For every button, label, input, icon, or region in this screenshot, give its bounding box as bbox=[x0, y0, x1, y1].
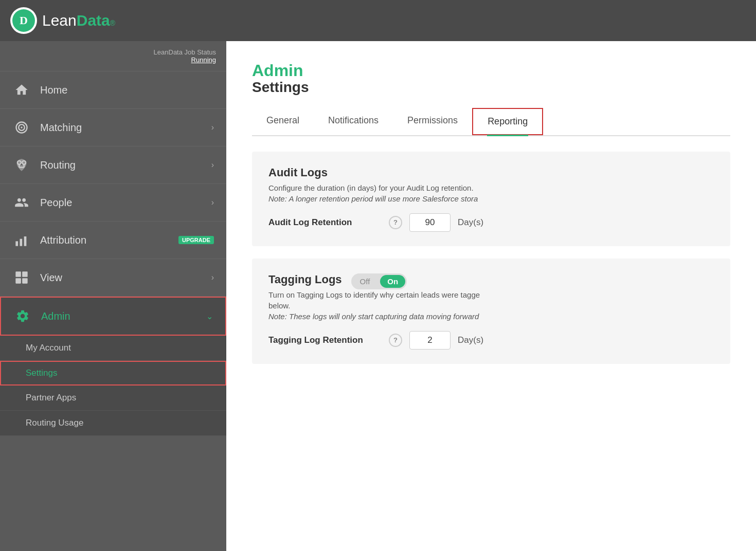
page-title-section: Admin Settings bbox=[252, 62, 730, 96]
upgrade-badge[interactable]: UPGRADE bbox=[178, 236, 214, 244]
svg-rect-10 bbox=[24, 236, 27, 246]
target-icon bbox=[12, 118, 31, 137]
tagging-log-retention-label: Tagging Log Retention bbox=[268, 335, 382, 345]
toggle-off-label: Off bbox=[353, 275, 377, 288]
audit-logs-title: Audit Logs bbox=[268, 166, 714, 179]
tagging-logs-desc: Turn on Tagging Logs to identify why cer… bbox=[268, 290, 714, 299]
sidebar-item-view[interactable]: View › bbox=[0, 259, 226, 297]
logo-text: LeanData® bbox=[42, 12, 115, 29]
gear-icon bbox=[13, 307, 32, 325]
sidebar-item-admin[interactable]: Admin ⌄ bbox=[0, 297, 226, 336]
sidebar-item-label: Admin bbox=[41, 310, 206, 322]
tagging-title-row: Tagging Logs Off On bbox=[268, 273, 714, 290]
svg-rect-11 bbox=[15, 271, 21, 277]
sidebar-item-matching[interactable]: Matching › bbox=[0, 109, 226, 146]
settings-label: Settings bbox=[26, 368, 57, 378]
svg-point-2 bbox=[21, 126, 23, 128]
sidebar-item-label: Matching bbox=[40, 122, 211, 134]
logo-reg: ® bbox=[110, 19, 115, 27]
routing-icon bbox=[12, 156, 31, 174]
my-account-label: My Account bbox=[26, 343, 71, 353]
view-icon bbox=[12, 268, 31, 287]
main-layout: LeanData Job Status Running Home Matchin… bbox=[0, 41, 756, 551]
audit-log-retention-label: Audit Log Retention bbox=[268, 217, 382, 228]
sidebar-item-label: Home bbox=[40, 84, 214, 96]
audit-logs-desc: Configure the duration (in days) for you… bbox=[268, 183, 714, 192]
top-header: D LeanData® bbox=[0, 0, 756, 41]
chevron-right-icon: › bbox=[211, 123, 214, 132]
sub-nav-routing-usage[interactable]: Routing Usage bbox=[0, 411, 226, 436]
sub-nav-my-account[interactable]: My Account bbox=[0, 336, 226, 361]
logo-circle: D bbox=[10, 7, 37, 34]
tagging-logs-note: Note: These logs will only start capturi… bbox=[268, 312, 714, 321]
tagging-logs-desc2: below. bbox=[268, 301, 714, 310]
job-status-section: LeanData Job Status Running bbox=[0, 41, 226, 71]
settings-tabs: General Notifications Permissions Report… bbox=[252, 108, 730, 136]
attribution-icon bbox=[12, 231, 31, 249]
page-title-settings: Settings bbox=[252, 80, 730, 96]
audit-logs-note: Note: A longer retention period will use… bbox=[268, 194, 714, 203]
sidebar-item-people[interactable]: People › bbox=[0, 184, 226, 222]
logo-circle-inner: D bbox=[12, 9, 35, 32]
tab-permissions[interactable]: Permissions bbox=[393, 108, 472, 135]
sidebar-item-home[interactable]: Home bbox=[0, 71, 226, 109]
page-title-admin: Admin bbox=[252, 62, 730, 80]
svg-rect-12 bbox=[22, 271, 27, 277]
audit-log-retention-row: Audit Log Retention ? Day(s) bbox=[268, 213, 714, 232]
tagging-logs-title: Tagging Logs bbox=[268, 273, 342, 286]
tagging-log-retention-unit: Day(s) bbox=[458, 335, 483, 345]
tab-reporting[interactable]: Reporting bbox=[472, 108, 543, 135]
tagging-logs-section: Tagging Logs Off On Turn on Tagging Logs… bbox=[252, 259, 730, 364]
sidebar-item-attribution[interactable]: Attribution UPGRADE bbox=[0, 222, 226, 259]
sidebar-item-label: People bbox=[40, 197, 211, 209]
sidebar: LeanData Job Status Running Home Matchin… bbox=[0, 41, 226, 551]
svg-rect-8 bbox=[15, 241, 18, 246]
svg-rect-9 bbox=[20, 239, 23, 246]
svg-rect-13 bbox=[15, 278, 21, 284]
logo-area: D LeanData® bbox=[10, 7, 115, 34]
chevron-right-icon: › bbox=[211, 198, 214, 207]
audit-log-retention-unit: Day(s) bbox=[458, 217, 483, 228]
content-area: Admin Settings General Notifications Per… bbox=[226, 41, 756, 551]
partner-apps-label: Partner Apps bbox=[26, 393, 76, 402]
toggle-on-label[interactable]: On bbox=[380, 275, 405, 288]
svg-rect-14 bbox=[22, 278, 27, 284]
logo-lean: Lean bbox=[42, 12, 77, 29]
people-icon bbox=[12, 193, 31, 212]
sub-nav-settings[interactable]: Settings bbox=[0, 361, 226, 385]
sidebar-item-label: Attribution bbox=[40, 234, 174, 246]
audit-log-help-button[interactable]: ? bbox=[389, 216, 402, 229]
audit-log-retention-input[interactable] bbox=[409, 213, 451, 232]
audit-logs-section: Audit Logs Configure the duration (in da… bbox=[252, 152, 730, 246]
sub-nav-partner-apps[interactable]: Partner Apps bbox=[0, 385, 226, 411]
chevron-down-icon: ⌄ bbox=[206, 311, 213, 321]
job-status-label: LeanData Job Status bbox=[10, 48, 216, 56]
tab-general[interactable]: General bbox=[252, 108, 314, 135]
tagging-logs-toggle[interactable]: Off On bbox=[351, 273, 407, 289]
tab-notifications[interactable]: Notifications bbox=[314, 108, 393, 135]
logo-data: Data bbox=[77, 12, 110, 29]
sidebar-item-label: View bbox=[40, 272, 211, 284]
home-icon bbox=[12, 81, 31, 99]
job-status-value[interactable]: Running bbox=[10, 56, 216, 64]
tagging-log-retention-row: Tagging Log Retention ? Day(s) bbox=[268, 331, 714, 350]
chevron-right-icon: › bbox=[211, 273, 214, 282]
sidebar-item-routing[interactable]: Routing › bbox=[0, 146, 226, 184]
sidebar-item-label: Routing bbox=[40, 159, 211, 171]
admin-sub-nav: My Account Settings Partner Apps Routing… bbox=[0, 336, 226, 436]
logo-d-letter: D bbox=[20, 14, 28, 27]
routing-usage-label: Routing Usage bbox=[26, 418, 83, 428]
tagging-log-help-button[interactable]: ? bbox=[389, 334, 402, 347]
tagging-log-retention-input[interactable] bbox=[409, 331, 451, 350]
chevron-right-icon: › bbox=[211, 160, 214, 170]
